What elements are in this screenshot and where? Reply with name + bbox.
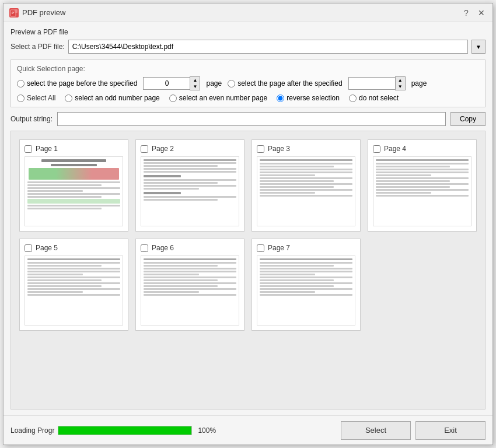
- page-header: Page 3: [257, 145, 290, 153]
- page-item: Page 5: [19, 239, 128, 331]
- title-bar: P PDF preview ? ✕: [4, 4, 492, 22]
- reverse-radio[interactable]: [277, 94, 284, 102]
- page-label: Page 4: [384, 145, 406, 153]
- output-input[interactable]: [57, 112, 446, 126]
- quick-row-1: select the page before the specified ▲ ▼…: [17, 76, 479, 90]
- help-button[interactable]: ?: [461, 8, 471, 18]
- page-thumbnail[interactable]: [257, 256, 355, 326]
- svg-rect-2: [15, 9, 18, 13]
- page-item: Page 3: [252, 139, 361, 232]
- copy-button[interactable]: Copy: [450, 112, 485, 126]
- dialog-title: PDF preview: [22, 8, 65, 17]
- no-select-label: do not select: [359, 94, 399, 102]
- output-label: Output string:: [11, 115, 53, 123]
- progress-bar-bg: [58, 426, 192, 435]
- page-thumbnail[interactable]: [257, 156, 355, 226]
- close-button[interactable]: ✕: [476, 8, 487, 18]
- page-label: Page 1: [36, 145, 58, 153]
- page-thumbnail[interactable]: [25, 156, 123, 226]
- app-icon: P: [9, 8, 19, 18]
- before-spin-up[interactable]: ▲: [190, 77, 200, 83]
- dialog-body: Preview a PDF file Select a PDF file: ▼ …: [4, 22, 492, 415]
- quick-selection-box: Quick Selection page: select the page be…: [11, 60, 485, 107]
- select-all-label: Select All: [27, 94, 55, 102]
- bottom-bar: Loading Progr 100% Select Exit: [4, 415, 492, 444]
- page-checkbox[interactable]: [257, 145, 264, 153]
- after-spin-up[interactable]: ▲: [396, 77, 405, 83]
- page-checkbox[interactable]: [25, 244, 32, 252]
- file-dropdown-button[interactable]: ▼: [471, 40, 485, 54]
- no-select-radio[interactable]: [349, 94, 357, 102]
- file-path-input[interactable]: [68, 40, 468, 54]
- page-label: Page 5: [36, 244, 58, 252]
- before-value-input[interactable]: [143, 77, 190, 90]
- select-all-radio[interactable]: [17, 94, 25, 102]
- title-bar-left: P PDF preview: [9, 8, 65, 18]
- page-item: Page 1: [19, 139, 128, 232]
- page-thumbnail[interactable]: [373, 156, 471, 226]
- page-checkbox[interactable]: [257, 244, 264, 252]
- after-spin-down[interactable]: ▼: [396, 83, 405, 90]
- page-checkbox[interactable]: [141, 244, 148, 252]
- after-label: select the page after the specified: [237, 79, 342, 88]
- page-thumbnail[interactable]: [141, 256, 239, 326]
- select-button[interactable]: Select: [341, 421, 411, 440]
- file-label: Select a PDF file:: [11, 43, 65, 51]
- before-radio-group: select the page before the specified: [17, 79, 137, 88]
- page-thumbnail[interactable]: [25, 256, 123, 326]
- page-item: Page 6: [135, 239, 244, 331]
- page-item: Page 4: [368, 139, 477, 232]
- page-item: Page 2: [135, 139, 244, 232]
- page-thumbnail[interactable]: [141, 156, 239, 226]
- quick-selection-title: Quick Selection page:: [17, 65, 479, 73]
- progress-percent: 100%: [198, 426, 216, 435]
- title-bar-controls: ? ✕: [461, 8, 487, 18]
- select-all-group: Select All: [17, 94, 55, 102]
- page-checkbox[interactable]: [25, 145, 32, 153]
- odd-radio[interactable]: [65, 94, 72, 102]
- before-label: select the page before the specified: [27, 79, 137, 88]
- after-spinner-btns: ▲ ▼: [395, 76, 406, 90]
- action-buttons: Select Exit: [341, 421, 485, 440]
- after-radio[interactable]: [228, 80, 235, 88]
- after-spinner: ▲ ▼: [348, 76, 406, 90]
- page-header: Page 7: [257, 244, 290, 252]
- odd-radio-group: select an odd number page: [65, 94, 159, 102]
- page-checkbox[interactable]: [141, 145, 148, 153]
- page-header: Page 5: [25, 244, 58, 252]
- pages-scroll-area[interactable]: Page 1 Page 2 Pag: [11, 131, 485, 410]
- page-label: Page 6: [152, 244, 174, 252]
- loading-label: Loading Progr: [11, 426, 54, 435]
- odd-label: select an odd number page: [75, 94, 159, 102]
- progress-bar-fill: [58, 426, 191, 435]
- page-header: Page 4: [373, 145, 406, 153]
- reverse-radio-group: reverse selection: [277, 94, 340, 102]
- even-radio-group: select an even number page: [169, 94, 267, 102]
- even-radio[interactable]: [169, 94, 177, 102]
- page-label: Page 7: [268, 244, 290, 252]
- page-header: Page 1: [25, 145, 58, 153]
- preview-label: Preview a PDF file: [11, 28, 485, 36]
- no-select-radio-group: do not select: [349, 94, 399, 102]
- before-radio[interactable]: [17, 80, 25, 88]
- pdf-preview-dialog: P PDF preview ? ✕ Preview a PDF file Sel…: [3, 3, 493, 445]
- quick-row-2: Select All select an odd number page sel…: [17, 94, 479, 102]
- after-value-input[interactable]: [348, 77, 395, 90]
- exit-button[interactable]: Exit: [415, 421, 485, 440]
- output-row: Output string: Copy: [11, 112, 485, 126]
- before-spinner: ▲ ▼: [143, 76, 200, 90]
- page-label: Page 3: [268, 145, 290, 153]
- even-label: select an even number page: [179, 94, 267, 102]
- pages-grid: Page 1 Page 2 Pag: [11, 131, 485, 339]
- after-radio-group: select the page after the specified: [228, 79, 342, 88]
- page-header: Page 2: [141, 145, 174, 153]
- after-unit: page: [411, 79, 427, 88]
- page-checkbox[interactable]: [373, 145, 380, 153]
- file-selection-row: Select a PDF file: ▼: [11, 40, 485, 54]
- page-header: Page 6: [141, 244, 174, 252]
- page-label: Page 2: [152, 145, 174, 153]
- loading-section: Loading Progr 100%: [11, 426, 216, 435]
- before-spin-down[interactable]: ▼: [190, 83, 200, 90]
- svg-text:P: P: [12, 11, 14, 15]
- page-item: Page 7: [252, 239, 361, 331]
